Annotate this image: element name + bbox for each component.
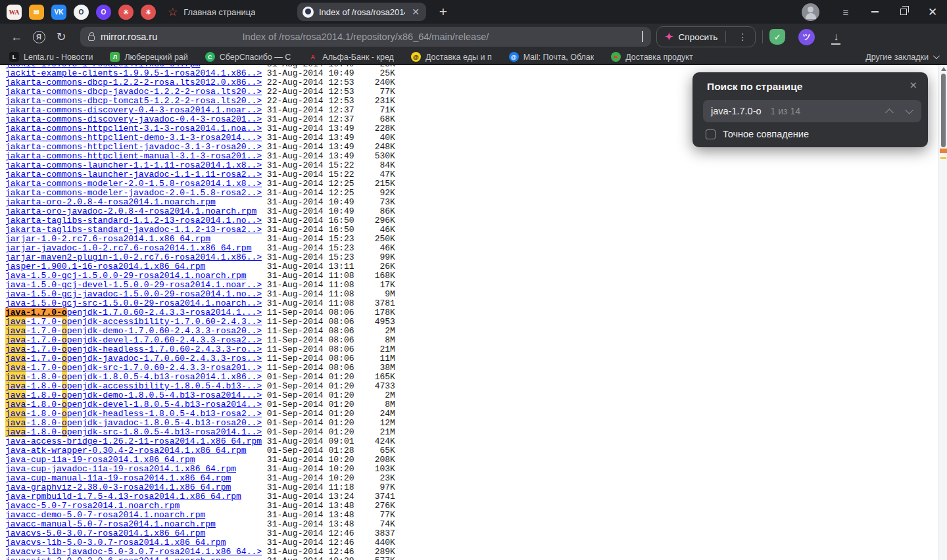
file-link[interactable]: jakarta-commons-discovery-javadoc-0.4-3-… xyxy=(5,115,267,124)
file-link[interactable]: java-1.7.0-openjdk-headless-1.7.0.60-2.4… xyxy=(5,345,267,354)
file-link[interactable]: java-1.7.0-openjdk-accessibility-1.7.0.6… xyxy=(5,317,267,327)
tab-home[interactable]: ☆ Главная страница xyxy=(168,7,289,18)
exact-match-row[interactable]: Точное совпадение xyxy=(706,129,917,139)
file-link[interactable]: jakarta-taglibs-standard-javadoc-1.1.2-1… xyxy=(5,225,267,235)
file-link[interactable]: java-1.8.0-openjdk-javadoc-1.8.0.5-4.b13… xyxy=(5,419,267,428)
bookmark-luberetsky[interactable]: ЛЛюберецкий рай xyxy=(110,52,187,62)
red-emblem-pinned-tab-2[interactable]: ✳ xyxy=(141,5,156,20)
minimize-button[interactable] xyxy=(860,0,889,24)
tab-active[interactable]: Index of /rosa/rosa2014 ✕ xyxy=(297,3,426,21)
file-link[interactable]: jakarta-commons-httpclient-3.1-3-rosa201… xyxy=(5,124,267,133)
scrollbar-thumb[interactable] xyxy=(941,74,946,147)
file-link[interactable]: java-1.8.0-openjdk-accessibility-1.8.0.5… xyxy=(5,382,267,391)
file-link[interactable]: jakarta-oro-2.0.8-4-rosa2014.1.noarch.rp… xyxy=(5,198,267,207)
file-link[interactable]: javacc-manual-5.0-7-rosa2014.1.noarch.rp… xyxy=(5,520,267,529)
file-link[interactable]: java-graphviz-2.38.0-3-rosa2014.1.x86_64… xyxy=(5,483,267,492)
file-link[interactable]: java-1.8.0-openjdk-1.8.0.5-4.b13-rosa201… xyxy=(5,373,267,382)
file-link[interactable]: java-1.8.0-openjdk-devel-1.8.0.5-4.b13-r… xyxy=(5,400,267,409)
file-link[interactable]: jasper-1.900.1-16-rosa2014.1.x86_64.rpm xyxy=(5,262,267,271)
page-scrollbar[interactable] xyxy=(938,65,947,560)
file-link[interactable]: java-cup-javadoc-11a-19-rosa2014.1.x86_6… xyxy=(5,465,267,474)
menu-button[interactable]: ≡ xyxy=(831,0,860,24)
file-link[interactable]: jakarta-commons-modeler-javadoc-2.0-1.5.… xyxy=(5,189,267,198)
file-link[interactable]: jakarta-commons-dbcp-javadoc-1.2.2-2-ros… xyxy=(5,87,267,97)
back-button[interactable]: ← xyxy=(5,27,28,47)
yandex-mail-pinned-tab[interactable]: ✉ xyxy=(29,5,44,20)
bookmark-lenta[interactable]: LLenta.ru - Новости xyxy=(9,52,93,62)
exact-match-checkbox[interactable] xyxy=(706,129,716,139)
browser-logo-pinned-tab[interactable]: O xyxy=(74,5,89,20)
close-icon[interactable]: ✕ xyxy=(909,80,917,91)
file-link[interactable]: java-atk-wrapper-0.30.4-2-rosa2014.1.x86… xyxy=(5,446,267,455)
file-link[interactable]: jakarta-commons-dbcp-tomcat5-1.2.2-2-ros… xyxy=(5,97,267,106)
file-link[interactable]: java-1.8.0-openjdk-headless-1.8.0.5-4.b1… xyxy=(5,409,267,419)
bookmark-sberspasibo[interactable]: ССберСпасибо — С xyxy=(205,52,291,62)
other-bookmarks-button[interactable]: Другие закладки xyxy=(865,53,938,62)
file-link[interactable]: jakarta-commons-launcher-javadoc-1.1-1.1… xyxy=(5,170,267,179)
find-input[interactable]: java-1.7.0-o 1 из 14 xyxy=(703,100,921,122)
file-link[interactable]: java-1.5.0-gcj-src-1.5.0.0-29-rosa2014.1… xyxy=(5,299,267,308)
bookmark-products-delivery[interactable]: ❧Доставка продукт xyxy=(611,52,692,62)
file-link[interactable]: jarjar-maven2-plugin-1.0-2.rc7.6-rosa201… xyxy=(5,253,267,262)
file-link[interactable]: javacvs-lib-javadoc-5.0-3.0.7-rosa2014.1… xyxy=(5,548,267,557)
find-query-text[interactable]: java-1.7.0-o xyxy=(711,106,762,116)
file-link[interactable]: jakarta-commons-httpclient-demo-3.1-3-ro… xyxy=(5,133,267,143)
downloads-icon[interactable]: ↓ xyxy=(828,31,844,43)
file-link[interactable]: jarjar-1.0-2.rc7.6-rosa2014.1.x86_64.rpm xyxy=(5,235,267,244)
file-link[interactable]: jakarta-commons-httpclient-manual-3.1-3-… xyxy=(5,152,267,161)
scroll-up-arrow-icon[interactable] xyxy=(941,67,946,71)
file-link[interactable]: jarjar-javadoc-1.0-2.rc7.6-rosa2014.1.x8… xyxy=(5,244,267,253)
protect-shield-icon[interactable]: ✓ xyxy=(769,29,785,45)
url-host[interactable]: mirror.rosa.ru xyxy=(101,32,157,42)
file-link[interactable]: jackit-example-clients-1.9.9.5-1-rosa201… xyxy=(5,69,267,78)
file-link[interactable]: java-cup-manual-11a-19-rosa2014.1.x86_64… xyxy=(5,474,267,483)
ask-alice-button[interactable]: ✦ Спросить ⋮ xyxy=(656,26,756,47)
file-link[interactable]: java-1.8.0-openjdk-src-1.8.0.5-4.b13-ros… xyxy=(5,428,267,437)
file-link[interactable]: java-cup-11a-19-rosa2014.1.x86_64.rpm xyxy=(5,455,267,465)
wa-pinned-tab[interactable]: WA xyxy=(7,5,22,20)
file-link[interactable]: jakarta-commons-dbcp-1.2.2-2-rosa.lts201… xyxy=(5,78,267,87)
bookmark-food-delivery[interactable]: @Доставка еды и п xyxy=(411,52,492,62)
file-link[interactable]: java-1.5.0-gcj-1.5.0.0-29-rosa2014.1.noa… xyxy=(5,271,267,281)
red-emblem-pinned-tab[interactable]: ✳ xyxy=(118,5,134,20)
file-link[interactable]: java-1.7.0-openjdk-javadoc-1.7.0.60-2.4.… xyxy=(5,354,267,363)
file-link[interactable]: jakarta-commons-launcher-1.1-1.11-rosa20… xyxy=(5,161,267,170)
file-link[interactable]: jakarta-oro-javadoc-2.0.8-4-rosa2014.1.n… xyxy=(5,207,267,216)
file-link[interactable]: java-1.7.0-openjdk-1.7.0.60-2.4.3.3-rosa… xyxy=(5,308,267,317)
file-link[interactable]: javassist-3.9.0-2.0.6-rosa2014.1.noarch.… xyxy=(5,557,267,560)
file-link[interactable]: java-rpmbuild-1.7.5-4.13-rosa2014.1.x86_… xyxy=(5,492,267,502)
file-link[interactable]: java-1.7.0-openjdk-src-1.7.0.60-2.4.3.3-… xyxy=(5,363,267,373)
new-tab-button[interactable]: + xyxy=(435,4,451,20)
close-tab-icon[interactable]: ✕ xyxy=(410,7,421,17)
vk-pinned-tab[interactable]: VK xyxy=(51,5,66,20)
purple-app-pinned-tab[interactable]: O xyxy=(96,5,111,20)
bookmark-alfabank[interactable]: ААльфа-Банк - кред xyxy=(308,52,394,62)
avatar[interactable] xyxy=(802,3,819,21)
previous-match-icon[interactable] xyxy=(885,108,894,117)
file-link[interactable]: jakarta-commons-httpclient-javadoc-3.1-3… xyxy=(5,143,267,152)
file-link[interactable]: javacvs-lib-5.0-3.0.7-rosa2014.1.x86_64.… xyxy=(5,538,267,548)
refresh-button[interactable]: ↻ xyxy=(50,27,72,47)
extension-icon[interactable]: ツ xyxy=(798,29,815,45)
file-link[interactable]: java-access-bridge-1.26.2-11-rosa2014.1.… xyxy=(5,437,267,446)
file-link[interactable]: java-1.8.0-openjdk-demo-1.8.0.5-4.b13-ro… xyxy=(5,391,267,400)
yandex-button[interactable]: Я xyxy=(28,27,50,47)
file-link[interactable]: java-1.7.0-openjdk-devel-1.7.0.60-2.4.3.… xyxy=(5,336,267,345)
file-link[interactable]: jakarta-taglibs-standard-1.1.2-13-rosa20… xyxy=(5,216,267,225)
file-link[interactable]: java-1.5.0-gcj-devel-1.5.0.0-29-rosa2014… xyxy=(5,281,267,290)
bookmark-mail[interactable]: @Mail: Почта, Облак xyxy=(509,52,595,62)
file-link[interactable]: javacc-5.0-7-rosa2014.1.noarch.rpm xyxy=(5,502,267,511)
file-link[interactable]: java-1.5.0-gcj-javadoc-1.5.0.0-29-rosa20… xyxy=(5,290,267,299)
close-window-button[interactable]: ✕ xyxy=(918,0,947,24)
bookmark-flag-icon[interactable] xyxy=(642,32,643,42)
file-link[interactable]: javacc-demo-5.0-7-rosa2014.1.noarch.rpm xyxy=(5,511,267,520)
file-link[interactable]: java-1.7.0-openjdk-demo-1.7.0.60-2.4.3.3… xyxy=(5,327,267,336)
file-link[interactable]: jakarta-commons-discovery-0.4-3-rosa2014… xyxy=(5,106,267,115)
more-options-icon[interactable]: ⋮ xyxy=(734,32,751,42)
address-bar[interactable]: mirror.rosa.ru Index of /rosa/rosa2014.1… xyxy=(80,27,651,47)
restore-button[interactable] xyxy=(889,0,918,24)
file-link[interactable]: javacvs-5.0-3.0.7-rosa2014.1.x86_64.rpm xyxy=(5,529,267,538)
file-link[interactable]: jakarta-commons-modeler-2.0-1.5.8-rosa20… xyxy=(5,179,267,189)
next-match-icon[interactable] xyxy=(905,106,913,114)
listing-row: java-1.5.0-gcj-devel-1.5.0.0-29-rosa2014… xyxy=(5,281,395,290)
